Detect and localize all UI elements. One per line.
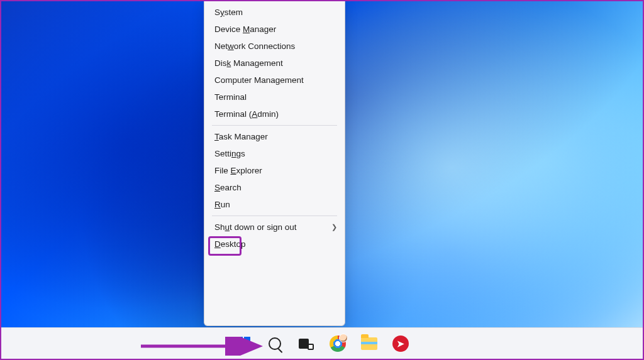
menu-item-file-explorer[interactable]: File Explorer (204, 162, 345, 179)
red-app-icon: ➤ (392, 335, 409, 352)
menu-label: Run (214, 200, 230, 209)
start-icon (236, 336, 251, 351)
menu-item-system[interactable]: System (204, 4, 345, 21)
file-explorer-icon (361, 337, 377, 350)
menu-label: System (214, 8, 243, 17)
svg-rect-0 (236, 337, 243, 343)
menu-label: Disk Management (214, 58, 283, 68)
menu-item-run[interactable]: Run (204, 196, 345, 213)
menu-label: Task Manager (214, 132, 268, 141)
menu-label: Shut down or sign out (214, 222, 297, 232)
menu-label: Terminal (214, 92, 247, 102)
menu-item-search[interactable]: Search (204, 179, 345, 196)
menu-item-disk-management[interactable]: Disk Management (204, 55, 345, 72)
menu-label: Desktop (214, 239, 246, 249)
menu-item-terminal[interactable]: Terminal (204, 89, 345, 106)
menu-item-device-manager[interactable]: Device Manager (204, 21, 345, 38)
menu-item-shutdown[interactable]: Shut down or sign out ❯ (204, 219, 345, 236)
chrome-icon (330, 335, 346, 352)
menu-item-terminal-admin[interactable]: Terminal (Admin) (204, 106, 345, 123)
menu-item-desktop[interactable]: Desktop (204, 236, 345, 253)
svg-rect-3 (244, 344, 250, 351)
menu-label: Device Manager (214, 25, 276, 34)
menu-item-computer-management[interactable]: Computer Management (204, 72, 345, 89)
red-app-button[interactable]: ➤ (389, 332, 413, 356)
menu-label: Computer Management (214, 75, 304, 85)
task-view-icon (299, 337, 314, 350)
menu-separator (212, 215, 337, 216)
chevron-right-icon: ❯ (331, 223, 337, 231)
menu-item-network-connections[interactable]: Network Connections (204, 38, 345, 55)
menu-label: Network Connections (214, 41, 295, 51)
svg-rect-2 (236, 344, 243, 351)
menu-label: Settings (214, 149, 245, 158)
chrome-button[interactable] (326, 332, 350, 356)
start-button[interactable] (231, 332, 255, 356)
search-icon (269, 337, 281, 350)
menu-item-settings[interactable]: Settings (204, 145, 345, 162)
taskbar: ➤ (1, 327, 643, 359)
search-button[interactable] (263, 332, 287, 356)
winx-context-menu: System Device Manager Network Connection… (204, 1, 345, 326)
menu-label: File Explorer (214, 166, 262, 175)
menu-item-task-manager[interactable]: Task Manager (204, 128, 345, 145)
task-view-button[interactable] (294, 332, 318, 356)
menu-label: Terminal (Admin) (214, 109, 279, 119)
menu-label: Search (214, 183, 242, 192)
file-explorer-button[interactable] (357, 332, 381, 356)
menu-separator (212, 125, 337, 126)
svg-rect-1 (244, 337, 250, 343)
